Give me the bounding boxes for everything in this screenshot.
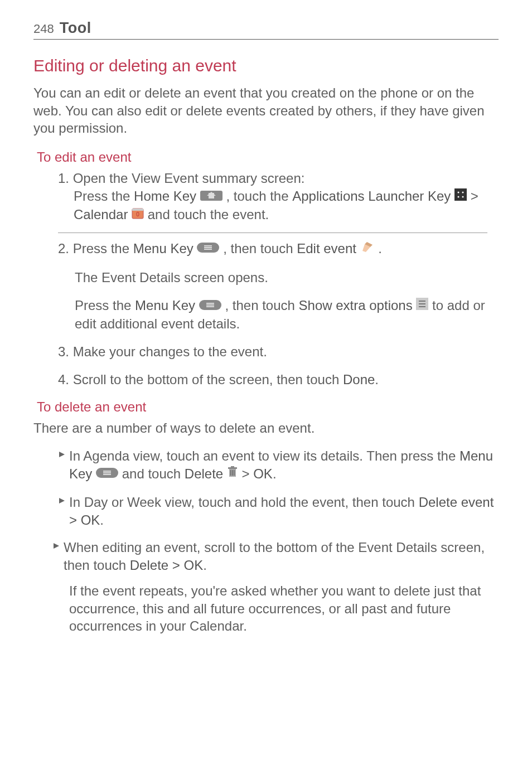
bullet-3-sub: If the event repeats, you're asked wheth… — [69, 582, 499, 635]
text: Press the — [75, 298, 135, 313]
svg-text:0: 0 — [136, 211, 139, 217]
intro-paragraph: You can an edit or delete an event that … — [33, 84, 499, 137]
svg-rect-29 — [103, 474, 111, 475]
svg-rect-14 — [204, 249, 212, 250]
gt: > — [467, 188, 478, 204]
text: The Event Details screen opens. — [75, 269, 499, 287]
delete-intro: There are a number of ways to delete an … — [33, 419, 499, 437]
menu-key-label: Menu Key — [133, 241, 194, 256]
bullet-day-week-view: In Day or Week view, touch and hold the … — [58, 493, 499, 529]
text: Press the — [74, 188, 134, 204]
text: 2. Press the — [58, 241, 133, 256]
separator — [58, 233, 487, 233]
svg-rect-24 — [419, 306, 425, 307]
step-2: 2. Press the Menu Key , then touch Edit … — [58, 240, 499, 259]
text: . — [203, 558, 207, 573]
text: If the event repeats, you're asked wheth… — [69, 582, 499, 635]
heading-to-edit: To edit an event — [37, 149, 499, 165]
svg-marker-25 — [59, 452, 65, 457]
svg-rect-32 — [231, 466, 234, 467]
triangle-bullet-icon — [58, 497, 66, 507]
svg-rect-13 — [204, 247, 212, 248]
text-line: When editing an event, scroll to the bot… — [64, 539, 499, 574]
trash-icon — [227, 464, 238, 482]
menu-key-icon — [199, 297, 221, 314]
text-line: Press the Menu Key , then touch Show ext… — [75, 297, 499, 333]
svg-rect-9 — [132, 209, 143, 211]
delete-ok-label: Delete > OK — [130, 558, 203, 573]
text: In Agenda view, touch an event to view i… — [69, 448, 460, 463]
svg-point-4 — [458, 191, 460, 193]
svg-rect-31 — [228, 467, 237, 469]
page-number: 248 — [33, 22, 54, 36]
step-2-sub-1: The Event Details screen opens. — [75, 269, 499, 287]
calendar-label: Calendar — [74, 207, 128, 222]
gt: > — [238, 466, 253, 481]
triangle-bullet-icon — [58, 451, 66, 461]
svg-rect-19 — [206, 304, 214, 306]
home-key-label: Home Key — [134, 188, 196, 204]
text: 3. Make your changes to the event. — [58, 343, 499, 361]
svg-rect-20 — [206, 306, 214, 307]
page-header: 248 Tool — [33, 20, 499, 40]
text: . — [273, 466, 277, 481]
step-3: 3. Make your changes to the event. — [58, 343, 499, 361]
step-1: 1. Open the View Event summary screen: P… — [58, 170, 499, 225]
svg-marker-37 — [54, 543, 59, 549]
svg-rect-34 — [232, 470, 233, 476]
done-label: Done — [343, 372, 375, 387]
svg-point-5 — [462, 191, 464, 193]
text-line: 4. Scroll to the bottom of the screen, t… — [58, 371, 499, 389]
document-page: 248 Tool Editing or deleting an event Yo… — [0, 0, 532, 667]
show-extra-options-label: Show extra options — [299, 298, 413, 313]
text: In Day or Week view, touch and hold the … — [69, 495, 419, 510]
menu-key-icon — [96, 464, 118, 482]
svg-rect-33 — [230, 470, 231, 476]
svg-point-7 — [462, 196, 464, 197]
heading-to-delete: To delete an event — [37, 399, 499, 415]
svg-rect-35 — [234, 470, 235, 476]
heading-editing-deleting: Editing or deleting an event — [33, 56, 499, 75]
text: . — [375, 241, 382, 256]
apps-launcher-key-label: Applications Launcher Key — [292, 188, 451, 204]
svg-marker-36 — [59, 498, 65, 503]
triangle-bullet-icon — [52, 542, 60, 552]
text: 4. Scroll to the bottom of the screen, t… — [58, 372, 343, 387]
text: and touch — [118, 466, 185, 481]
text: . — [100, 512, 104, 527]
step-2-line: 2. Press the Menu Key , then touch Edit … — [58, 240, 499, 259]
edit-event-icon — [360, 239, 375, 258]
step-1-line-2: Press the Home Key , touch the Applicati… — [58, 187, 499, 225]
bullet-agenda-view: In Agenda view, touch an event to view i… — [58, 447, 499, 483]
bullet-when-editing: When editing an event, scroll to the bot… — [52, 539, 499, 574]
ok-label: OK — [253, 466, 273, 481]
svg-rect-27 — [103, 471, 111, 472]
svg-rect-18 — [206, 303, 214, 304]
apps-launcher-key-icon — [454, 187, 467, 205]
text: , touch the — [223, 188, 292, 204]
delete-label: Delete — [185, 466, 223, 481]
edit-event-label: Edit event — [297, 241, 356, 256]
text-line: In Day or Week view, touch and hold the … — [69, 493, 499, 529]
svg-rect-23 — [419, 303, 425, 304]
calendar-icon: 0 — [132, 206, 144, 224]
step-4: 4. Scroll to the bottom of the screen, t… — [58, 371, 499, 389]
text-line: In Agenda view, touch an event to view i… — [69, 447, 499, 483]
svg-point-6 — [458, 196, 460, 197]
text: , then touch — [221, 298, 299, 313]
header-title: Tool — [60, 20, 91, 37]
step-2-sub-2: Press the Menu Key , then touch Show ext… — [75, 297, 499, 333]
text: . — [375, 372, 379, 387]
home-key-icon — [200, 187, 223, 205]
text: , then touch — [219, 241, 297, 256]
svg-rect-22 — [419, 301, 425, 302]
menu-key-icon — [197, 239, 219, 257]
svg-rect-12 — [204, 245, 212, 246]
text: and touch the event. — [144, 207, 269, 222]
svg-rect-3 — [454, 188, 467, 201]
menu-key-label: Menu Key — [135, 298, 195, 313]
step-1-line-1: 1. Open the View Event summary screen: — [58, 170, 499, 187]
svg-rect-28 — [103, 472, 111, 473]
text: When editing an event, scroll to the bot… — [64, 540, 485, 573]
extra-options-icon — [416, 297, 428, 314]
